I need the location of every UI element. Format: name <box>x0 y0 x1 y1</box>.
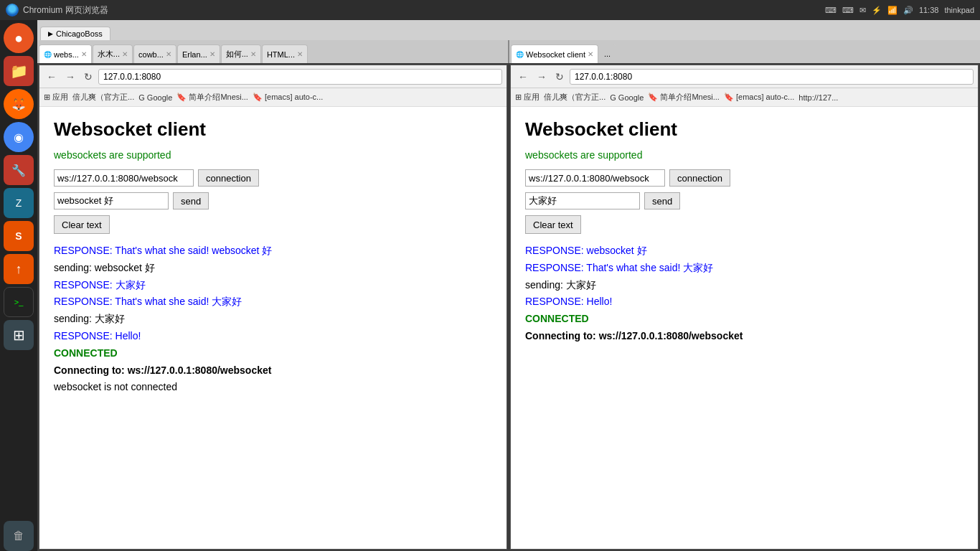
right-bookmarks-bar: ⊞ 应用 倍儿爽（官方正... G Google 🔖 简单介绍Mnesi... … <box>511 88 978 107</box>
right-ws-supported: websockets are supported <box>525 149 963 161</box>
sublime-icon[interactable]: S <box>4 221 34 251</box>
right-page-title: Websocket client <box>525 118 963 141</box>
left-tab-erlan[interactable]: Erlan...✕ <box>177 44 220 63</box>
kbd-icon: ⌨ <box>842 6 854 15</box>
right-bm-apps[interactable]: ⊞ 应用 <box>515 92 540 103</box>
files-icon[interactable]: 📁 <box>4 56 34 86</box>
left-tab-shuimu[interactable]: 水木...✕ <box>93 44 133 63</box>
right-bm-mnesi[interactable]: 🔖 简单介绍Mnesi... <box>648 92 720 103</box>
left-back-btn[interactable]: ← <box>44 70 60 84</box>
ubuntu-icon[interactable]: ● <box>4 23 34 53</box>
left-bm-emacs[interactable]: 🔖 [emacs] auto-c... <box>253 93 323 102</box>
chicagoboss-tab[interactable]: ▶ ChicagoBoss <box>40 27 110 40</box>
left-browser: ← → ↻ 127.0.0.1:8080 ⊞ 应用 倍儿爽（官方正... G G… <box>39 65 507 550</box>
right-tab-extra[interactable]: ... <box>599 44 616 63</box>
left-tab-ruhe[interactable]: 如何...✕ <box>221 44 261 63</box>
left-ws-url-input[interactable] <box>54 169 194 187</box>
right-clear-btn[interactable]: Clear text <box>525 215 581 234</box>
right-browser: ← → ↻ ⊞ 应用 倍儿爽（官方正... G Google 🔖 简单介绍Mne… <box>510 65 979 550</box>
mail-icon: ✉ <box>859 6 866 15</box>
right-bm-url[interactable]: http://127... <box>798 93 838 102</box>
right-forward-btn[interactable]: → <box>534 70 550 84</box>
right-log-1: RESPONSE: websocket 好 <box>525 242 963 260</box>
left-page-title: Websocket client <box>54 118 492 141</box>
network-icon: 📶 <box>887 6 897 15</box>
left-log-3: RESPONSE: 大家好 <box>54 277 492 294</box>
left-connection-btn[interactable]: connection <box>198 169 259 187</box>
left-bm-mnesi[interactable]: 🔖 简单介绍Mnesi... <box>176 92 248 103</box>
upload-icon[interactable]: ↑ <box>4 254 34 284</box>
left-nav-bar: ← → ↻ 127.0.0.1:8080 <box>39 65 507 88</box>
left-ws-msg-controls: send <box>54 192 492 209</box>
left-log-4: RESPONSE: That's what she said! 大家好 <box>54 293 492 311</box>
right-tab-webs[interactable]: 🌐Websocket client✕ <box>511 44 598 63</box>
right-nav-bar: ← → ↻ <box>511 65 978 88</box>
right-reload-btn[interactable]: ↻ <box>552 70 567 84</box>
right-ws-msg-controls: send <box>525 192 963 209</box>
right-msg-input[interactable] <box>525 192 640 209</box>
left-tab-cowb-close[interactable]: ✕ <box>166 50 171 58</box>
left-tab-html-close[interactable]: ✕ <box>297 50 303 58</box>
right-tab-webs-close[interactable]: ✕ <box>588 50 593 58</box>
chromium-icon[interactable]: ◉ <box>4 122 34 152</box>
zeal-icon[interactable]: Z <box>4 188 34 218</box>
left-log-5: sending: 大家好 <box>54 311 492 328</box>
system-bar-title: Chromium 网页浏览器 <box>23 4 108 17</box>
keyboard-icon: ⌨ <box>825 6 837 15</box>
right-ws-url-controls: connection <box>525 169 963 187</box>
right-back-btn[interactable]: ← <box>515 70 531 84</box>
left-tab-webs-close[interactable]: ✕ <box>81 50 87 58</box>
right-log-3: sending: 大家好 <box>525 277 963 294</box>
left-tab-webs[interactable]: 🌐webs...✕ <box>39 44 92 63</box>
left-tab-erlan-close[interactable]: ✕ <box>209 50 215 58</box>
left-reload-btn[interactable]: ↻ <box>81 70 95 84</box>
chromium-logo-icon <box>6 4 19 17</box>
left-bookmarks-bar: ⊞ 应用 倍儿爽（官方正... G Google 🔖 简单介绍Mnesi... … <box>39 88 507 107</box>
bluetooth-icon: ⚡ <box>872 6 882 15</box>
left-send-btn[interactable]: send <box>173 192 209 209</box>
browsers-area: ▶ ChicagoBoss 🌐webs...✕ 水木...✕ cowb...✕ … <box>37 20 980 551</box>
right-connection-btn[interactable]: connection <box>669 169 730 187</box>
right-log-6: Connecting to: ws://127.0.0.1:8080/webso… <box>525 328 963 345</box>
right-bm-google[interactable]: G Google <box>610 93 644 102</box>
left-clear-btn[interactable]: Clear text <box>54 215 110 234</box>
left-page-content: Websocket client websockets are supporte… <box>39 107 507 549</box>
firefox-icon[interactable]: 🦊 <box>4 89 34 119</box>
left-forward-btn[interactable]: → <box>62 70 78 84</box>
right-bm-beier[interactable]: 倍儿爽（官方正... <box>544 92 606 103</box>
left-msg-input[interactable] <box>54 192 169 209</box>
left-tab-shuimu-close[interactable]: ✕ <box>122 50 128 58</box>
taskbar: ● 📁 🦊 ◉ 🔧 Z S ↑ >_ ⊞ 🗑 <box>0 20 37 551</box>
right-url-bar[interactable] <box>570 69 974 85</box>
right-ws-url-input[interactable] <box>525 169 665 187</box>
right-log-2: RESPONSE: That's what she said! 大家好 <box>525 260 963 277</box>
left-ws-url-controls: connection <box>54 169 492 187</box>
left-bm-google[interactable]: G Google <box>138 93 172 102</box>
trash-icon[interactable]: 🗑 <box>4 521 34 551</box>
left-log-7: CONNECTED <box>54 345 492 362</box>
right-bm-emacs[interactable]: 🔖 [emacs] auto-c... <box>724 93 794 102</box>
left-url-bar[interactable]: 127.0.0.1:8080 <box>98 69 502 85</box>
left-bm-apps[interactable]: ⊞ 应用 <box>44 92 68 103</box>
left-log-2: sending: websocket 好 <box>54 260 492 277</box>
left-tab-ruhe-close[interactable]: ✕ <box>250 50 256 58</box>
right-page-content: Websocket client websockets are supporte… <box>511 107 978 549</box>
user-label: thinkpad <box>944 6 974 14</box>
chicagoboss-tab-label: ChicagoBoss <box>56 29 103 38</box>
right-send-btn[interactable]: send <box>644 192 680 209</box>
terminal-icon[interactable]: >_ <box>4 287 34 317</box>
right-log-area: RESPONSE: websocket 好 RESPONSE: That's w… <box>525 242 963 345</box>
left-log-6: RESPONSE: Hello! <box>54 328 492 345</box>
volume-icon: 🔊 <box>903 6 913 15</box>
grid-icon[interactable]: ⊞ <box>4 320 34 350</box>
left-tab-cowb[interactable]: cowb...✕ <box>133 44 176 63</box>
right-log-5: CONNECTED <box>525 311 963 328</box>
left-log-8: Connecting to: ws://127.0.0.1:8080/webso… <box>54 362 492 380</box>
left-tab-html[interactable]: HTML...✕ <box>262 44 308 63</box>
left-ws-supported: websockets are supported <box>54 149 492 161</box>
left-log-area: RESPONSE: That's what she said! websocke… <box>54 242 492 396</box>
left-log-1: RESPONSE: That's what she said! websocke… <box>54 242 492 260</box>
tools-icon[interactable]: 🔧 <box>4 155 34 185</box>
left-bm-beier[interactable]: 倍儿爽（官方正... <box>72 92 134 103</box>
system-tray: ⌨ ⌨ ✉ ⚡ 📶 🔊 11:38 thinkpad <box>825 6 974 15</box>
